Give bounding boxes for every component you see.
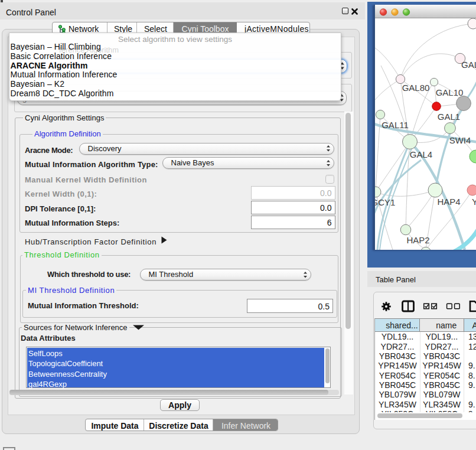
svg-text:HAP4: HAP4 bbox=[437, 197, 460, 207]
svg-text:GAL11: GAL11 bbox=[382, 120, 409, 130]
svg-text:GAL4: GAL4 bbox=[409, 149, 432, 159]
svg-text:GAL1: GAL1 bbox=[437, 112, 459, 122]
svg-text:Y: Y bbox=[472, 197, 476, 207]
svg-text:GAL2: GAL2 bbox=[461, 60, 476, 70]
svg-text:GCY1: GCY1 bbox=[375, 197, 395, 207]
svg-text:GAL10: GAL10 bbox=[435, 87, 463, 97]
svg-text:HAP2: HAP2 bbox=[406, 235, 429, 245]
svg-text:SWI4: SWI4 bbox=[449, 135, 471, 145]
svg-text:GAL80: GAL80 bbox=[402, 83, 429, 93]
